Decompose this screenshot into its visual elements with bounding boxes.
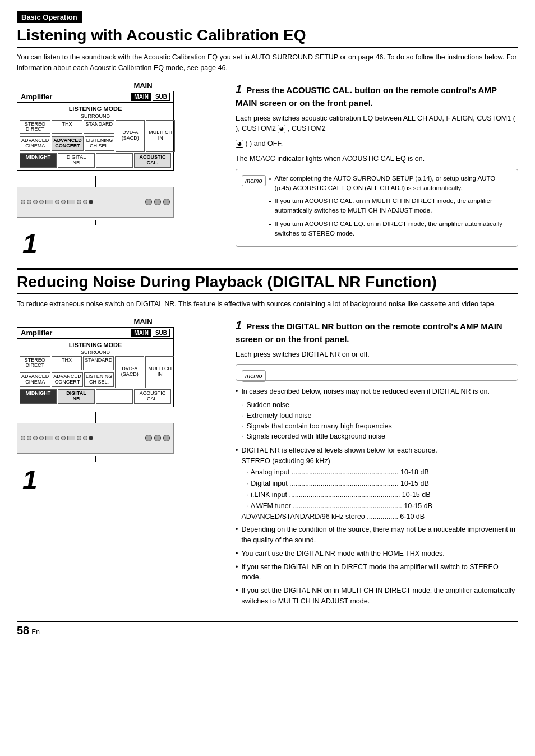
surround-row-2: SURROUND: [20, 349, 171, 355]
icon-custom-1: ◕: [278, 125, 285, 133]
rec-btn-2-1: [145, 435, 152, 441]
bullet-item-2-2: Depending on the condition of the source…: [236, 524, 518, 546]
cell-dvd-a-2: DVD-A(SACD): [115, 356, 144, 389]
cell-dvd-a-1: DVD-A(SACD): [116, 120, 145, 153]
surround-line-left-1: [20, 116, 79, 116]
memo-text-1b: If you turn ACOUSTIC CAL. on in MULTI CH…: [275, 196, 512, 216]
memo-box-1: memo • After completing the AUTO SURROUN…: [236, 169, 518, 247]
section1-right: 1 Press the ACOUSTIC CAL. button on the …: [236, 81, 518, 259]
cell-digital-nr-1: DIGITALNR: [58, 153, 95, 168]
level-2: · Digital input ........................…: [247, 478, 437, 489]
level-1: · Analog input .........................…: [247, 467, 437, 478]
amp-row-top-2: STEREODIRECT THX STANDARD ADVANCEDCINEMA…: [20, 356, 171, 389]
bullet-item-2-3: You can't use the DIGITAL NR mode with t…: [236, 548, 518, 559]
memo-label-1: memo: [242, 175, 266, 187]
knob-rect-2: [67, 200, 75, 204]
vertical-arrow-1: [17, 176, 174, 187]
section2-content: MAIN Amplifier MAIN SUB LISTENING MODE S…: [17, 317, 518, 610]
bullet-list-2: In cases described below, noises may not…: [236, 386, 518, 397]
memo-label-2: memo: [242, 370, 266, 382]
cell-multi-ch-1: MULTI CHIN: [146, 120, 175, 153]
display-block: [89, 200, 93, 204]
surround-line-right-2: [112, 352, 171, 352]
main-label-2: MAIN: [62, 317, 224, 326]
knob-2-5: [55, 436, 59, 440]
sub-bullet-2-4: Signals recorded with little background …: [241, 431, 518, 442]
icon-custom-2: ◕: [236, 140, 243, 149]
knob-1: [21, 200, 25, 204]
section1-left: MAIN Amplifier MAIN SUB LISTENING MODE S…: [17, 81, 224, 259]
amp-title-2: Amplifier: [21, 329, 52, 337]
cell-listening-ch-1: LISTENINGCH SEL.: [85, 136, 115, 151]
amp-title-1: Amplifier: [21, 93, 52, 101]
bullet-text-2-2: Depending on the condition of the source…: [241, 524, 518, 546]
cell-thx-1: THX: [52, 120, 82, 135]
page-number: 58: [17, 624, 29, 637]
page: Basic Operation Listening with Acoustic …: [0, 0, 535, 756]
btn-main-1: MAIN: [131, 93, 151, 101]
receiver-right-1: [145, 199, 170, 205]
cell-digital-nr-2: DIGITALNR: [58, 389, 95, 404]
page-footer: 58 En: [17, 621, 518, 637]
receiver-knobs-1: [21, 200, 145, 204]
section2-intro: To reduce extraneous noise switch on DIG…: [17, 299, 518, 310]
knob-2-8: [83, 436, 87, 440]
v-line-1b: [95, 220, 96, 225]
cell-acoustic-cal-1: ACOUSTICCAL.: [134, 153, 171, 168]
amp-header-1: Amplifier MAIN SUB: [17, 91, 173, 103]
amp-buttons-1: MAIN SUB: [131, 93, 170, 101]
sub-bullet-2-1: Sudden noise: [241, 400, 518, 411]
surround-text-1: SURROUND: [79, 113, 112, 119]
knob-7: [77, 200, 81, 204]
surround-line-right-1: [112, 116, 171, 116]
sub-bullet-text-2-2: Extremely loud noise: [246, 411, 311, 421]
knob-6: [61, 200, 66, 204]
receiver-diagram-1: [17, 187, 174, 218]
rec-btn-1: [145, 199, 152, 205]
memo-dot-1c: •: [269, 220, 271, 229]
surround-text-2: SURROUND: [79, 349, 112, 355]
amp-buttons-2: MAIN SUB: [131, 329, 170, 337]
v-line-2: [95, 412, 96, 423]
cell-adv-concert-1: ADVANCEDCONCERT: [52, 136, 83, 151]
sub-bullet-text-2-1: Sudden noise: [246, 400, 289, 411]
bullet-text-2-5: If you set the DIGITAL NR on in MULTI CH…: [241, 586, 518, 607]
sub-bullet-text-2-3: Signals that contain too many high frequ…: [246, 421, 391, 432]
v-line-1: [95, 176, 96, 187]
main-cells-top-1: STEREODIRECT THX STANDARD ADVANCEDCINEMA…: [20, 120, 114, 153]
rec-btn-2: [154, 199, 161, 205]
section2-title: Reducing Noise During Playback (DIGITAL …: [17, 273, 518, 294]
bullet-item-2-5: If you set the DIGITAL NR on in MULTI CH…: [236, 586, 518, 607]
cell-adv-concert-2: ADVANCEDCONCERT: [52, 372, 82, 387]
bullet-item-2-1: DIGITAL NR is effective at levels shown …: [236, 445, 518, 522]
knob-rect-1: [45, 200, 53, 204]
rec-btn-3: [163, 199, 170, 205]
cell-standard-1: STANDARD: [84, 120, 114, 135]
rec-btn-2-2: [154, 435, 161, 441]
cell-stereo-direct-1: STEREODIRECT: [20, 120, 50, 135]
knob-2: [27, 200, 31, 204]
step-text-1a: Each press switches acoustic calibration…: [236, 113, 518, 135]
knob-2-1: [21, 436, 25, 440]
levels-list: · Analog input .........................…: [247, 467, 437, 511]
cell-acoustic-cal-2: ACOUSTICCAL.: [134, 389, 171, 404]
surround-row-1: SURROUND: [20, 113, 171, 119]
amp-body-2: LISTENING MODE SURROUND STEREODIRECT THX…: [17, 339, 173, 407]
rec-btn-2-3: [163, 435, 170, 441]
vertical-arrow-2b: [17, 456, 174, 462]
amp-row-1b: ADVANCEDCINEMA ADVANCEDCONCERT LISTENING…: [20, 136, 114, 151]
step-num-large-2: 1: [22, 464, 224, 495]
amp-row-2a: STEREODIRECT THX STANDARD: [20, 356, 114, 371]
cell-midnight-1: MIDNIGHT: [20, 153, 57, 168]
main-cells-top-2: STEREODIRECT THX STANDARD ADVANCEDCINEMA…: [20, 356, 114, 389]
cell-adv-cinema-1: ADVANCEDCINEMA: [20, 136, 50, 151]
memo-dot-1b: •: [269, 197, 271, 206]
receiver-diagram-2: [17, 423, 174, 454]
step-text-content-1b: , CUSTOM2: [288, 125, 326, 132]
sub-bullet-2-3: Signals that contain too many high frequ…: [241, 421, 518, 432]
section-label: Basic Operation: [17, 11, 82, 23]
bullet-list-2b: DIGITAL NR is effective at levels shown …: [236, 445, 518, 607]
btn-sub-1: SUB: [153, 93, 170, 101]
knob-2-7: [77, 436, 81, 440]
step-heading-text-1: Press the ACOUSTIC CAL. button on the re…: [236, 85, 497, 108]
